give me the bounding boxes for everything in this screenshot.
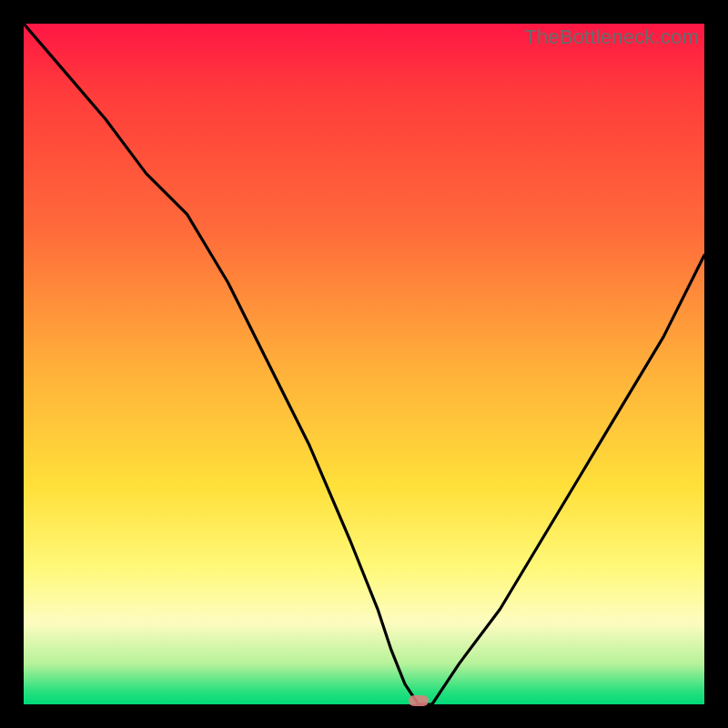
bottleneck-curve <box>24 24 704 704</box>
minimum-marker <box>409 695 429 706</box>
chart-frame: TheBottleneck.com <box>0 0 728 728</box>
plot-area: TheBottleneck.com <box>24 24 704 704</box>
curve-path <box>24 24 704 704</box>
